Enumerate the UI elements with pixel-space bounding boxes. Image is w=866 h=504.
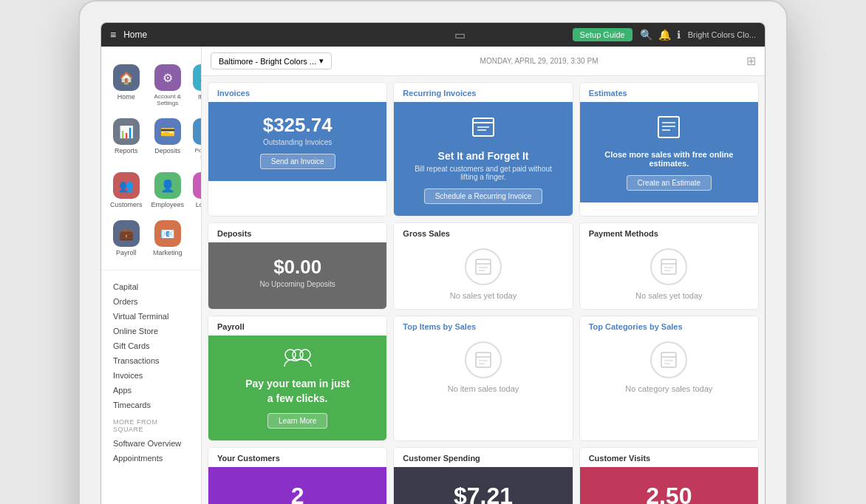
bell-icon[interactable]: 🔔 — [658, 29, 671, 41]
estimates-header: Estimates — [580, 83, 758, 102]
location-dropdown[interactable]: Baltimore - Bright Colors ... ▾ — [211, 52, 332, 69]
invoices-amount: $325.74 — [263, 114, 333, 137]
payroll-text: Pay your team in just a few clicks. — [245, 377, 350, 406]
no-categories-icon — [650, 341, 687, 378]
sidebar-item-pos[interactable]: 🖥 Points of Sale — [190, 114, 202, 165]
payroll-header: Payroll — [208, 316, 386, 336]
sidebar-item-items[interactable]: 📦 Items — [190, 60, 202, 111]
sidebar-item-home[interactable]: 🏠 Home — [107, 60, 146, 111]
sidebar-link-timecards[interactable]: Timecards — [113, 398, 189, 412]
more-section-label: MORE FROM SQUARE — [113, 412, 189, 436]
visits-header: Customer Visits — [580, 448, 758, 467]
visits-card: Customer Visits 2.50 Average Visits per … — [579, 447, 759, 504]
sidebar-link-software-overview[interactable]: Software Overview — [113, 436, 189, 451]
sidebar-link-appointments[interactable]: Appointments — [113, 451, 189, 466]
gross-sales-label: No sales yet today — [450, 291, 517, 300]
sidebar-links: Capital Orders Virtual Terminal Online S… — [101, 276, 201, 469]
deposits-amount: $0.00 — [273, 256, 321, 279]
sidebar-item-deposits[interactable]: 💳 Deposits — [149, 114, 188, 165]
home-icon: 🏠 — [113, 64, 140, 91]
payment-methods-body: No sales yet today — [580, 242, 758, 309]
payroll-learn-more-button[interactable]: Learn More — [267, 413, 327, 429]
gross-sales-body: No sales yet today — [394, 242, 572, 309]
sidebar-link-capital[interactable]: Capital — [113, 279, 189, 294]
top-categories-card: Top Categories by Sales No catego — [579, 316, 759, 441]
no-payment-icon — [650, 248, 687, 285]
sidebar-link-online-store[interactable]: Online Store — [113, 324, 189, 338]
sidebar-label-reports: Reports — [115, 147, 138, 154]
estimates-body: Close more sales with free online estima… — [580, 102, 758, 202]
deposits-body: $0.00 No Upcoming Deposits — [208, 242, 386, 309]
sidebar-label-home: Home — [117, 93, 135, 101]
send-invoice-button[interactable]: Send an Invoice — [260, 154, 335, 169]
svg-rect-4 — [658, 117, 679, 137]
sidebar-label-account: Account & Settings — [151, 93, 185, 106]
recurring-icon — [470, 114, 497, 146]
user-label: Bright Colors Clo... — [688, 30, 756, 39]
hamburger-icon[interactable]: ≡ — [110, 29, 116, 41]
sidebar-item-payroll[interactable]: 💼 Payroll — [107, 216, 146, 261]
location-label: Baltimore - Bright Colors ... — [219, 57, 316, 66]
top-items-header: Top Items by Sales — [394, 316, 572, 336]
sidebar-item-account[interactable]: ⚙ Account & Settings — [149, 60, 188, 111]
sidebar-item-marketing[interactable]: 📧 Marketing — [149, 216, 188, 261]
spending-header: Customer Spending — [394, 448, 572, 467]
payment-methods-card: Payment Methods No sales yet toda — [579, 222, 759, 310]
dashboard-grid: Invoices $325.74 Outstanding Invoices Se… — [202, 76, 765, 504]
sidebar-item-reports[interactable]: 📊 Reports — [107, 114, 146, 165]
top-items-body: No item sales today — [394, 336, 572, 402]
sidebar-link-gift-cards[interactable]: Gift Cards — [113, 338, 189, 353]
payment-methods-header: Payment Methods — [580, 223, 758, 242]
sidebar-label-loyalty: Loyalty — [196, 201, 202, 208]
deposits-nav-icon: 💳 — [154, 118, 181, 145]
no-gross-sales-icon — [465, 248, 502, 285]
recurring-card: Recurring Invoices Set It and For — [393, 82, 573, 217]
topbar: ≡ Home ▭ Setup Guide 🔍 🔔 ℹ Bright Colors… — [101, 23, 765, 47]
payroll-card: Payroll Pay your — [208, 316, 387, 441]
estimates-desc: Close more sales with free online estima… — [595, 150, 743, 168]
visits-number: 2.50 — [646, 483, 692, 504]
estimates-icon — [655, 114, 682, 146]
sidebar-label-marketing: Marketing — [153, 249, 183, 256]
setup-guide-button[interactable]: Setup Guide — [573, 28, 633, 41]
sidebar-item-loyalty[interactable]: ★ Loyalty — [190, 168, 202, 213]
top-categories-label: No category sales today — [625, 384, 712, 393]
visits-body: 2.50 Average Visits per Customer — [580, 467, 758, 504]
sidebar-item-customers[interactable]: 👥 Customers — [107, 168, 146, 213]
svg-point-18 — [300, 350, 310, 360]
schedule-recurring-button[interactable]: Schedule a Recurring Invoice — [424, 188, 543, 204]
svg-rect-23 — [661, 353, 676, 367]
grid-view-icon[interactable]: ⊞ — [746, 54, 756, 68]
invoices-body: $325.74 Outstanding Invoices Send an Inv… — [208, 102, 386, 181]
sidebar-item-employees[interactable]: 👤 Employees — [149, 168, 188, 213]
account-icon: ⚙ — [154, 64, 181, 91]
spending-body: $7.21 Average Spend per Visit — [394, 467, 572, 504]
estimates-card: Estimates Close more sales with f — [579, 82, 759, 217]
sidebar-link-virtual-terminal[interactable]: Virtual Terminal — [113, 309, 189, 324]
svg-rect-12 — [661, 259, 676, 274]
customers-card: Your Customers 2 Buyers — [208, 447, 387, 504]
customers-number: 2 — [291, 483, 304, 504]
content-header: Baltimore - Bright Colors ... ▾ MONDAY, … — [202, 47, 765, 76]
customers-body: 2 Buyers — [208, 467, 386, 504]
sidebar-link-transactions[interactable]: Transactions — [113, 353, 189, 368]
top-categories-header: Top Categories by Sales — [580, 316, 758, 336]
sidebar-link-apps[interactable]: Apps — [113, 383, 189, 398]
sidebar-link-invoices[interactable]: Invoices — [113, 368, 189, 383]
employees-icon: 👤 — [154, 172, 181, 199]
sidebar-label-pos: Points of Sale — [193, 147, 202, 160]
info-icon[interactable]: ℹ — [677, 29, 681, 41]
reports-icon: 📊 — [113, 118, 140, 145]
marketing-icon: 📧 — [154, 220, 181, 247]
search-icon[interactable]: 🔍 — [640, 29, 652, 41]
create-estimate-button[interactable]: Create an Estimate — [627, 175, 712, 191]
loyalty-icon: ★ — [193, 172, 202, 199]
deposits-sublabel: No Upcoming Deposits — [260, 280, 335, 288]
gross-sales-card: Gross Sales No sales yet today — [393, 222, 573, 310]
payment-methods-label: No sales yet today — [635, 291, 703, 300]
payroll-body: Pay your team in just a few clicks. Lear… — [208, 336, 386, 440]
customers-icon: 👥 — [113, 172, 140, 199]
sidebar-link-orders[interactable]: Orders — [113, 294, 189, 309]
payroll-nav-icon: 💼 — [113, 220, 140, 247]
top-items-card: Top Items by Sales No item sales — [393, 316, 573, 441]
